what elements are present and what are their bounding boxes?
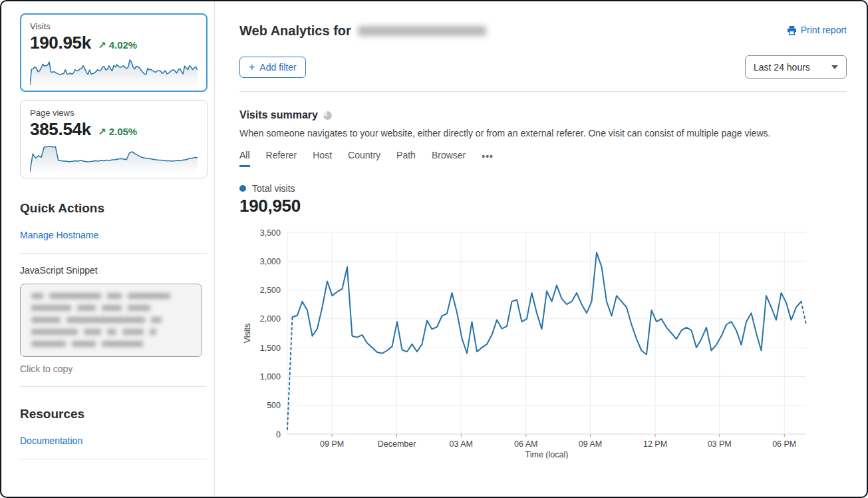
visits-line-chart[interactable]: 05001,0001,5002,0002,5003,0003,50009 PMD…: [239, 224, 813, 459]
blurred-domain-name: [358, 26, 486, 36]
chevron-down-icon: [831, 65, 838, 69]
total-visits-value: 190,950: [239, 196, 847, 216]
print-report-link[interactable]: Print report: [787, 25, 847, 35]
tab-path[interactable]: Path: [396, 150, 416, 167]
plus-icon: +: [249, 62, 255, 73]
tab-country[interactable]: Country: [348, 150, 380, 167]
documentation-link[interactable]: Documentation: [20, 435, 82, 446]
svg-text:0: 0: [276, 430, 281, 439]
svg-text:3,500: 3,500: [260, 228, 281, 238]
svg-text:2,000: 2,000: [260, 314, 281, 324]
svg-text:2,500: 2,500: [260, 286, 281, 295]
main-content: Web Analytics for Print report + Add fil…: [215, 1, 867, 497]
trend-up-icon: ↗: [98, 39, 106, 51]
divider: [20, 253, 207, 254]
divider: [20, 459, 207, 459]
visits-card-delta: ↗ 4.02%: [98, 39, 137, 51]
printer-icon: [787, 25, 797, 35]
resources-title: Resources: [20, 407, 207, 421]
svg-text:3,000: 3,000: [260, 257, 281, 266]
visits-summary-section: Visits summary When someone navigates to…: [239, 109, 847, 461]
svg-text:Visits: Visits: [243, 324, 252, 344]
blurred-code-line: [31, 341, 191, 347]
blurred-code-line: [31, 329, 191, 335]
app-window: Visits 190.95k ↗ 4.02% Page views 385.54…: [0, 0, 868, 498]
legend-dot-icon: [239, 185, 246, 192]
divider: [20, 386, 207, 387]
svg-text:09 PM: 09 PM: [320, 439, 344, 449]
blurred-code-line: [31, 305, 191, 311]
svg-text:06 AM: 06 AM: [514, 439, 537, 449]
page-title: Web Analytics for: [239, 23, 486, 39]
svg-text:1,000: 1,000: [260, 372, 281, 381]
visits-card-value: 190.95k: [30, 33, 91, 53]
pageviews-metric-card[interactable]: Page views 385.54k ↗ 2.05%: [20, 100, 208, 178]
sidebar: Visits 190.95k ↗ 4.02% Page views 385.54…: [1, 1, 215, 497]
quick-actions-title: Quick Actions: [20, 201, 207, 216]
svg-text:Time (local): Time (local): [525, 450, 569, 459]
tabs-overflow-menu[interactable]: •••: [482, 151, 494, 166]
chart-legend: Total visits: [239, 183, 847, 194]
svg-text:12 PM: 12 PM: [643, 439, 667, 449]
tab-referer[interactable]: Referer: [266, 150, 297, 167]
tab-all[interactable]: All: [239, 150, 250, 167]
legend-label: Total visits: [252, 183, 295, 194]
manage-hostname-link[interactable]: Manage Hostname: [20, 230, 98, 240]
svg-text:09 AM: 09 AM: [579, 439, 602, 449]
blurred-code-line: [31, 317, 191, 323]
visits-card-label: Visits: [30, 21, 198, 31]
pageviews-sparkline-chart: [30, 143, 198, 174]
time-range-dropdown[interactable]: Last 24 hours: [745, 55, 847, 79]
js-snippet-label: JavaScript Snippet: [20, 265, 207, 276]
pageviews-card-label: Page views: [30, 108, 198, 118]
svg-text:03 PM: 03 PM: [708, 439, 732, 449]
pageviews-card-delta: ↗ 2.05%: [98, 126, 137, 138]
svg-text:06 PM: 06 PM: [772, 439, 796, 449]
tab-browser[interactable]: Browser: [432, 150, 466, 167]
svg-text:December: December: [378, 439, 416, 449]
time-range-value: Last 24 hours: [754, 62, 810, 73]
visits-sparkline-chart: [30, 57, 198, 87]
blurred-code-line: [31, 293, 191, 299]
summary-tabs: All Referer Host Country Path Browser ••…: [239, 150, 847, 167]
svg-text:03 AM: 03 AM: [450, 439, 473, 449]
tab-host[interactable]: Host: [313, 150, 332, 167]
divider: [239, 91, 847, 92]
js-snippet-copy-box[interactable]: [20, 284, 202, 357]
svg-text:1,500: 1,500: [260, 344, 281, 353]
add-filter-button[interactable]: + Add filter: [239, 57, 306, 78]
visits-summary-description: When someone navigates to your website, …: [239, 128, 847, 138]
help-icon[interactable]: [323, 111, 332, 120]
pageviews-card-value: 385.54k: [30, 119, 91, 140]
visits-metric-card[interactable]: Visits 190.95k ↗ 4.02%: [20, 13, 208, 92]
trend-up-icon: ↗: [98, 126, 106, 137]
click-to-copy-hint: Click to copy: [20, 364, 207, 374]
svg-text:500: 500: [267, 401, 281, 410]
visits-summary-title: Visits summary: [239, 109, 318, 121]
